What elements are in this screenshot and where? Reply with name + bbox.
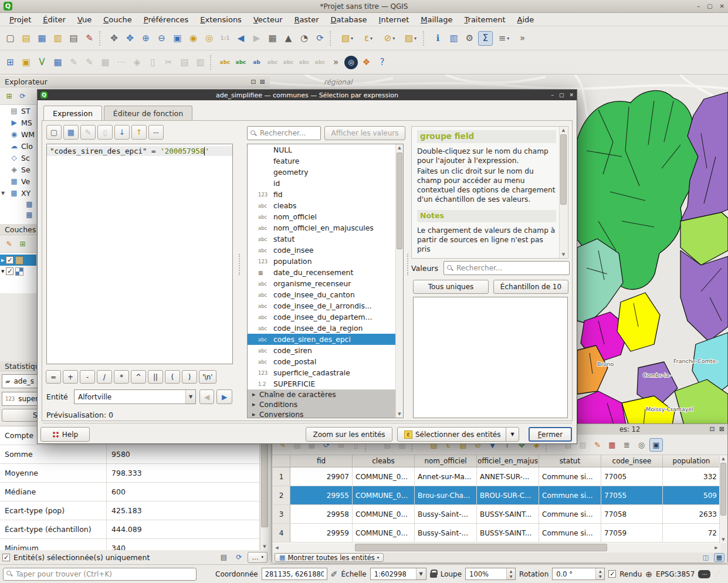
locator-search[interactable] (3, 568, 197, 581)
help-button[interactable]: Help (40, 427, 90, 442)
function-list-item[interactable]: ▶ 123 population (248, 256, 403, 267)
menu-item[interactable]: Database (325, 14, 373, 25)
refresh-map-icon[interactable]: ⟳ (313, 31, 327, 46)
help-scrollbar[interactable]: ▲ ▼ (559, 127, 567, 258)
statistical-summary-icon[interactable]: ▥ (446, 31, 461, 46)
layer-item-communes[interactable]: ▶ ✓ (0, 255, 36, 266)
function-list-item[interactable]: ▶ id (248, 178, 403, 189)
layer-style-icon[interactable]: ✎ (3, 238, 15, 250)
toggle-editing-icon[interactable]: ✎ (66, 55, 81, 70)
menu-item[interactable]: Projet (4, 14, 37, 25)
operator-button[interactable]: + (63, 370, 78, 384)
options-gear-icon[interactable]: ⚙ (462, 31, 477, 46)
browser-tree-item[interactable]: ▩ (0, 199, 36, 209)
operator-button[interactable]: = (46, 370, 61, 384)
new-project-icon[interactable]: ▢ (3, 31, 18, 46)
function-list-item[interactable]: ▶ abc code_insee_de_la_region (248, 323, 403, 334)
browser-tree-item[interactable]: ☁ Clo (0, 140, 36, 152)
column-header[interactable]: statut (539, 455, 601, 467)
zoom-last-icon[interactable]: ◀ (233, 31, 248, 46)
browser-tree-item[interactable]: ▶ MS (0, 117, 36, 128)
new-print-layout-icon[interactable]: ▥ (50, 31, 65, 46)
highlight-labels-icon[interactable]: abc (265, 55, 280, 70)
vertex-tool-icon[interactable]: ◈ (130, 55, 144, 70)
function-list-item[interactable]: ▶ abc statut (248, 233, 403, 245)
operator-button[interactable]: / (97, 370, 112, 384)
select-by-value-icon[interactable]: ε (358, 31, 378, 46)
locator-input[interactable] (16, 570, 193, 578)
layer-diagram-icon[interactable]: abc (233, 55, 248, 70)
values-search-input[interactable] (456, 264, 566, 272)
table-row[interactable]: 2 29955 COMMUNE_0... Brou-sur-Cha... BRO… (273, 486, 720, 505)
panel-float-icon[interactable]: ⊡ (251, 78, 256, 86)
table-search-icon[interactable]: ◎ (635, 438, 648, 452)
operator-button[interactable]: - (80, 370, 95, 384)
zoom-out-icon[interactable]: ⊖ (154, 31, 169, 46)
step-up-icon[interactable]: ▲ (596, 568, 604, 574)
crs-button[interactable]: EPSG:3857 (656, 570, 695, 578)
function-list-item[interactable]: ▶ abc code_insee (248, 245, 403, 256)
toolbar-overflow-icon[interactable]: » (515, 31, 530, 46)
digitize-icon[interactable]: ⋯ (114, 55, 128, 70)
function-list-item[interactable]: ▶ abc code_insee_de_l_arrondis... (248, 300, 403, 311)
current-edits-icon[interactable]: ✎ (82, 55, 97, 70)
entity-select[interactable]: Alfortville ▼ (74, 389, 196, 404)
browser-tree-item[interactable]: ▼ ▩ XY (0, 187, 36, 199)
new-map-view-icon[interactable]: ▦ (265, 31, 280, 46)
zoom-native-icon[interactable]: 1:1 (218, 31, 232, 46)
temporal-controller-icon[interactable]: ◔ (297, 31, 311, 46)
stats-scrollbar[interactable]: ▲ ▼ (260, 426, 269, 550)
browser-tree-item[interactable]: ▦ Ve (0, 175, 36, 187)
table-row[interactable]: 3 29958 COMMUNE_0... Bussy-Saint-... BUS… (273, 505, 720, 524)
browser-tree-item[interactable]: ▤ ST (0, 105, 36, 117)
zoom-to-features-button[interactable]: Zoom sur les entités (306, 427, 392, 442)
menu-item[interactable]: Internet (373, 14, 415, 25)
all-unique-button[interactable]: Tous uniques (413, 280, 489, 294)
table-conditional-format-icon[interactable]: ≣ (620, 438, 634, 452)
sample-button[interactable]: Échantillon de 10 (493, 280, 568, 294)
column-header[interactable]: officiel_en_majus (477, 455, 539, 467)
function-list-item[interactable]: ▶ 1.2 SUPERFICIE (248, 378, 403, 389)
operator-button[interactable]: ( (165, 370, 180, 384)
nominatim-search-icon[interactable]: ◎ (344, 56, 358, 69)
function-list-item[interactable]: ▶ abc nom_officiel (248, 211, 403, 222)
operator-button[interactable]: '\n' (199, 370, 216, 384)
feature-filter-button[interactable]: ▦ Montrer toutes les entités ▾ (275, 553, 384, 562)
tab-function-editor[interactable]: Éditeur de fonction (104, 106, 192, 120)
select-by-form-icon[interactable]: ▨ (401, 31, 421, 46)
table-row[interactable]: 4 29959 COMMUNE_0... Bussy-Saint-... BUS… (273, 524, 720, 543)
function-list-item[interactable]: ▶ Chaîne de caractères (248, 389, 403, 399)
function-list-item[interactable]: ▶ Conversions (248, 409, 403, 418)
function-list-item[interactable]: ▶ abc code_siren (248, 345, 403, 356)
processing-toolbox-icon[interactable]: ≡ (494, 31, 514, 46)
browser-tree-item[interactable]: ◇ Sc (0, 152, 36, 164)
maximize-icon[interactable]: ▢ (707, 3, 712, 9)
function-list-item[interactable]: ▶ abc nom_officiel_en_majuscules (248, 222, 403, 233)
browser-tree-item[interactable]: ▩ (0, 209, 36, 220)
zoom-next-icon[interactable]: ▶ (249, 31, 264, 46)
browser-add-favorite-icon[interactable]: ⊞ (3, 90, 15, 102)
splitter-handle[interactable] (239, 254, 242, 275)
save-edits-icon[interactable]: ▦ (98, 55, 113, 70)
new-geopackage-icon[interactable]: ▣ (19, 55, 33, 70)
toolbar-separator[interactable] (210, 55, 215, 70)
column-header[interactable]: code_insee (601, 455, 663, 467)
step-up-icon[interactable]: ▲ (507, 568, 515, 574)
magnifier-spinner[interactable]: 100% ▲▼ (465, 568, 516, 580)
splitter-handle[interactable] (407, 254, 410, 275)
deselect-features-icon[interactable]: ⊘ (380, 31, 399, 46)
scale-select[interactable]: 1:602998 ▼ (370, 568, 426, 580)
add-group-icon[interactable]: ⊞ (16, 238, 29, 250)
table-delete-field-icon[interactable]: ▤ (576, 438, 590, 452)
column-header[interactable]: nom_officiel (415, 455, 477, 467)
toolbar-overflow-icon[interactable]: » (329, 55, 343, 70)
change-label-icon[interactable]: abc (313, 55, 327, 70)
expression-export-icon[interactable]: ↑ (131, 125, 147, 140)
expression-options-icon[interactable]: -- (148, 125, 164, 140)
function-list-item[interactable]: ▶ abc organisme_recenseur (248, 278, 403, 289)
function-list-item[interactable]: ▶ Conditions (248, 399, 403, 409)
rotation-spinner[interactable]: 0.0 ° ▲▼ (552, 568, 605, 580)
menu-item[interactable]: Aide (512, 14, 540, 25)
expression-edit-icon[interactable]: ✎ (80, 125, 96, 140)
render-checkbox[interactable]: ✓ (608, 570, 616, 578)
